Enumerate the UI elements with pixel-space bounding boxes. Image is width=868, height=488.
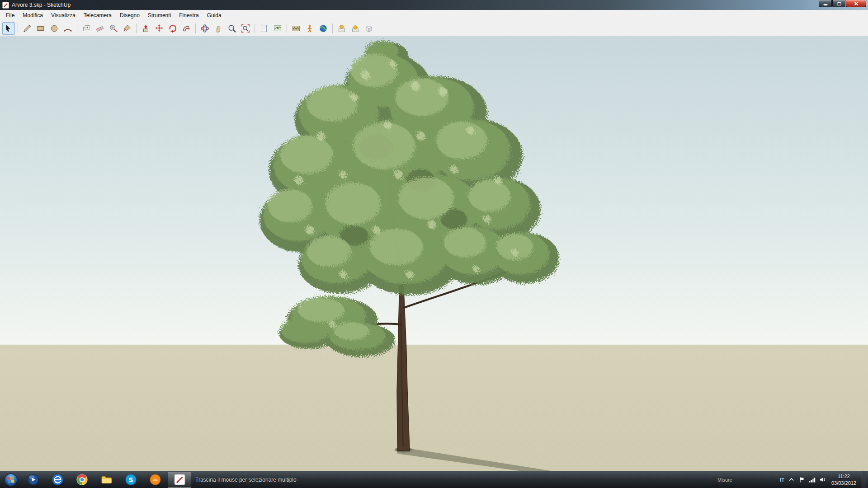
- tree-scene: [0, 36, 868, 471]
- menu-item-disegno[interactable]: Disegno: [116, 11, 144, 20]
- title-bar[interactable]: Arvore 3.skp - SketchUp: [0, 0, 868, 10]
- sketchup-app-icon: [2, 2, 9, 9]
- menu-item-finestra[interactable]: Finestra: [175, 11, 203, 20]
- get-current-view-tool-button[interactable]: [258, 22, 270, 35]
- statusbar-hint: Trascina il mouse per selezionare multip…: [195, 477, 297, 483]
- tape-measure-tool-icon: [109, 24, 118, 33]
- menu-item-modifica[interactable]: Modifica: [19, 11, 47, 20]
- toolbar: [0, 21, 868, 36]
- media-player-icon: [27, 474, 39, 486]
- pan-tool-button[interactable]: [212, 22, 225, 35]
- menu-item-telecamera[interactable]: Telecamera: [80, 11, 116, 20]
- language-indicator[interactable]: IT: [780, 477, 784, 483]
- share-model-tool-button[interactable]: [349, 22, 362, 35]
- rectangle-tool-button[interactable]: [34, 22, 47, 35]
- google-earth-tool-button[interactable]: [317, 22, 330, 35]
- arc-tool-icon: [63, 24, 72, 33]
- toggle-terrain-tool-icon: [292, 24, 301, 33]
- windows-start-icon: [4, 473, 18, 487]
- close-button[interactable]: [846, 0, 866, 7]
- show-desktop-button[interactable]: [862, 471, 867, 488]
- eraser-tool-button[interactable]: [94, 22, 106, 35]
- get-current-view-tool-icon: [259, 24, 269, 33]
- select-tool-button[interactable]: [2, 22, 15, 35]
- tray-hidden-icons-up-icon[interactable]: [788, 476, 795, 483]
- svg-text:S: S: [128, 476, 133, 483]
- component-box-tool-button[interactable]: [363, 22, 375, 35]
- offset-tool-button[interactable]: [180, 22, 193, 35]
- position-camera-tool-icon: [305, 24, 314, 33]
- component-box-tool-icon: [364, 24, 373, 33]
- position-camera-tool-button[interactable]: [303, 22, 316, 35]
- zoom-extents-tool-icon: [241, 24, 250, 33]
- arc-tool-button[interactable]: [61, 22, 74, 35]
- tray-volume-speaker-icon[interactable]: [819, 476, 826, 483]
- circle-tool-icon: [50, 24, 59, 33]
- toolbar-separator: [195, 23, 196, 33]
- taskbar-app-skype[interactable]: S: [119, 472, 142, 488]
- menu-item-guida[interactable]: Guida: [203, 11, 226, 20]
- tray-network-signal-icon[interactable]: [809, 476, 816, 483]
- offset-tool-icon: [182, 24, 191, 33]
- skype-icon: S: [125, 474, 137, 486]
- get-models-tool-button[interactable]: [335, 22, 348, 35]
- chrome-icon: [76, 474, 88, 486]
- tray-time: 11:22: [831, 473, 856, 479]
- viewport-3d[interactable]: [0, 36, 868, 471]
- tray-date: 03/03/2012: [831, 480, 856, 486]
- tray-clock[interactable]: 11:22 03/03/2012: [831, 473, 856, 486]
- minimize-icon: [823, 4, 827, 5]
- push-pull-tool-icon: [141, 24, 150, 33]
- start-button[interactable]: [1, 471, 21, 488]
- measurements-label: Misure: [717, 477, 732, 483]
- close-icon: [854, 1, 859, 6]
- taskbar-app-list: S: [21, 472, 192, 488]
- windows-taskbar: S Trascina il mouse per selezionare mult…: [0, 471, 868, 488]
- paint-bucket-tool-icon: [123, 24, 132, 33]
- circle-tool-button[interactable]: [48, 22, 61, 35]
- paint-bucket-tool-button[interactable]: [121, 22, 133, 35]
- zoom-tool-icon: [227, 24, 236, 33]
- tree-shadow: [395, 447, 565, 471]
- push-pull-tool-button[interactable]: [139, 22, 152, 35]
- make-component-tool-icon: [82, 24, 91, 33]
- taskbar-app-sketchup[interactable]: [168, 472, 191, 488]
- taskbar-app-orange-app[interactable]: [143, 472, 167, 488]
- google-earth-tool-icon: [319, 24, 328, 33]
- taskbar-app-internet-explorer[interactable]: [46, 472, 69, 488]
- make-component-tool-button[interactable]: [80, 22, 93, 35]
- menu-bar: FileModificaVisualizzaTelecameraDisegnoS…: [0, 10, 868, 21]
- maximize-button[interactable]: [832, 0, 845, 7]
- add-location-tool-button[interactable]: [271, 22, 284, 35]
- system-tray: IT 11:22 03/03/2012: [780, 471, 868, 488]
- rotate-tool-button[interactable]: [166, 22, 179, 35]
- sketchup-window: Arvore 3.skp - SketchUp FileModificaVisu…: [0, 0, 868, 488]
- taskbar-app-file-explorer[interactable]: [94, 472, 118, 488]
- menu-item-file[interactable]: File: [2, 11, 19, 20]
- select-tool-icon: [4, 24, 13, 33]
- sketchup-icon: [174, 474, 186, 486]
- zoom-extents-tool-button[interactable]: [239, 22, 252, 35]
- toggle-terrain-tool-button[interactable]: [290, 22, 302, 35]
- rotate-tool-icon: [168, 24, 177, 33]
- toolbar-separator: [287, 23, 287, 33]
- tray-icon-list: [788, 476, 826, 483]
- orange-app-icon: [149, 474, 161, 486]
- taskbar-app-media-player[interactable]: [21, 472, 45, 488]
- get-models-tool-icon: [337, 24, 346, 33]
- line-tool-button[interactable]: [21, 22, 33, 35]
- tape-measure-tool-button[interactable]: [107, 22, 120, 35]
- pan-tool-icon: [214, 24, 223, 33]
- menu-item-visualizza[interactable]: Visualizza: [47, 11, 80, 20]
- zoom-tool-button[interactable]: [226, 22, 238, 35]
- menu-item-strumenti[interactable]: Strumenti: [144, 11, 175, 20]
- tree-foliage: [259, 41, 559, 357]
- toolbar-separator: [77, 23, 77, 33]
- taskbar-app-chrome[interactable]: [70, 472, 94, 488]
- move-tool-button[interactable]: [153, 22, 165, 35]
- toolbar-separator: [332, 23, 333, 33]
- eraser-tool-icon: [95, 24, 104, 33]
- orbit-tool-button[interactable]: [198, 22, 211, 35]
- tray-action-center-flag-icon[interactable]: [798, 476, 805, 483]
- minimize-button[interactable]: [819, 0, 832, 7]
